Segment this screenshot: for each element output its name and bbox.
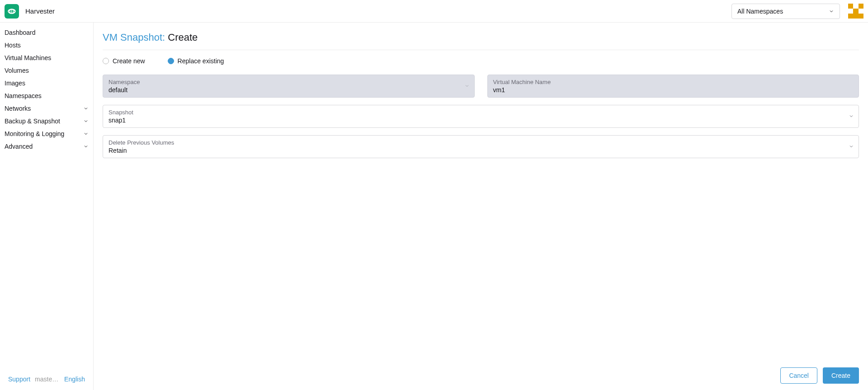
sidebar-item-namespaces[interactable]: Namespaces [0,89,93,102]
sidebar-item-label: Images [5,80,25,87]
footer-actions: Cancel Create [94,361,868,390]
sidebar-footer: Support master-… English [0,376,93,386]
radio-label: Replace existing [178,57,224,65]
field-label: Snapshot [108,109,845,116]
sidebar-item-label: Advanced [5,143,33,150]
main: VM Snapshot: Create Create new Replace e… [94,23,868,390]
sidebar: Dashboard Hosts Virtual Machines Volumes… [0,23,94,390]
sidebar-item-label: Hosts [5,42,21,49]
radio-dot-icon [168,58,174,64]
field-label: Virtual Machine Name [493,79,845,85]
radio-label: Create new [113,57,145,65]
field-value: Retain [108,147,845,154]
sidebar-item-dashboard[interactable]: Dashboard [0,26,93,39]
sidebar-item-label: Namespaces [5,92,42,99]
header: Harvester All Namespaces [0,0,868,23]
create-button[interactable]: Create [823,367,859,384]
chevron-down-icon [83,144,89,149]
vm-name-field: Virtual Machine Name vm1 [487,75,859,98]
field-value: snap1 [108,117,845,124]
product-logo[interactable] [5,4,19,19]
field-value: default [108,86,461,94]
namespace-field: Namespace default [103,75,475,98]
chevron-down-icon [83,118,89,124]
sidebar-nav: Dashboard Hosts Virtual Machines Volumes… [0,26,93,153]
product-name: Harvester [25,7,55,15]
radio-dot-icon [103,58,109,64]
chevron-down-icon [849,143,854,150]
page-title: VM Snapshot: Create [103,32,859,43]
field-value: vm1 [493,86,845,94]
harvester-icon [6,6,17,17]
chevron-down-icon [849,113,854,120]
sidebar-item-backup-snapshot[interactable]: Backup & Snapshot [0,115,93,127]
language-link[interactable]: English [64,376,85,383]
chevron-down-icon [83,106,89,111]
radio-create-new[interactable]: Create new [103,57,145,65]
sidebar-item-label: Backup & Snapshot [5,117,60,125]
snapshot-select[interactable]: Snapshot snap1 [103,105,859,128]
sidebar-item-images[interactable]: Images [0,77,93,89]
sidebar-item-label: Monitoring & Logging [5,130,64,137]
header-left: Harvester [5,4,55,19]
sidebar-item-advanced[interactable]: Advanced [0,140,93,153]
namespace-selector[interactable]: All Namespaces [731,4,840,19]
sidebar-item-hosts[interactable]: Hosts [0,39,93,52]
sidebar-item-label: Networks [5,105,31,112]
field-label: Delete Previous Volumes [108,139,845,146]
support-link[interactable]: Support [8,376,30,383]
sidebar-item-virtual-machines[interactable]: Virtual Machines [0,52,93,64]
header-right: All Namespaces [731,4,863,19]
delete-previous-volumes-select[interactable]: Delete Previous Volumes Retain [103,135,859,158]
divider [103,50,859,50]
namespace-selector-value: All Namespaces [737,8,783,15]
user-avatar[interactable] [848,4,863,19]
cancel-button[interactable]: Cancel [780,367,817,384]
sidebar-item-networks[interactable]: Networks [0,102,93,115]
page-title-prefix: VM Snapshot: [103,32,168,43]
field-label: Namespace [108,79,461,85]
sidebar-item-volumes[interactable]: Volumes [0,64,93,77]
sidebar-item-label: Volumes [5,67,29,74]
chevron-down-icon [83,131,89,136]
version-text: master-… [35,376,60,383]
mode-radio-group: Create new Replace existing [103,57,859,65]
chevron-down-icon [464,83,470,90]
page-title-action: Create [168,32,198,43]
sidebar-item-label: Dashboard [5,29,36,36]
radio-replace-existing[interactable]: Replace existing [168,57,224,65]
sidebar-item-monitoring-logging[interactable]: Monitoring & Logging [0,127,93,140]
chevron-down-icon [829,9,834,14]
sidebar-item-label: Virtual Machines [5,54,51,61]
